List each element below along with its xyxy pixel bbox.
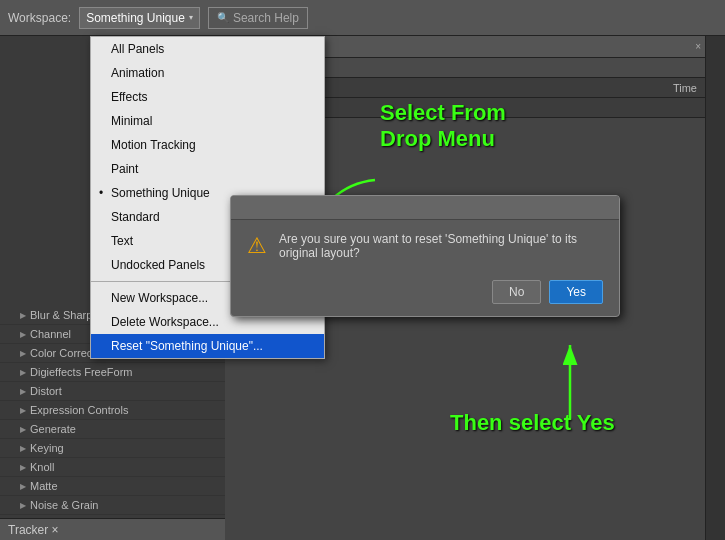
effect-item-noise-&-grain[interactable]: ▶Noise & Grain — [0, 496, 225, 515]
effect-item-expression-controls[interactable]: ▶Expression Controls — [0, 401, 225, 420]
effect-expand-icon: ▶ — [20, 330, 26, 339]
dialog-message: Are you sure you want to reset 'Somethin… — [279, 232, 603, 260]
search-icon: 🔍 — [217, 12, 229, 23]
menu-action-reset-workspace[interactable]: Reset "Something Unique"... — [91, 334, 324, 358]
arrow-yes-icon — [540, 330, 600, 430]
panel-close-icon: × — [695, 41, 701, 52]
effect-expand-icon: ▶ — [20, 368, 26, 377]
effect-expand-icon: ▶ — [20, 425, 26, 434]
menu-item-animation[interactable]: Animation — [91, 61, 324, 85]
menu-item-motion-tracking[interactable]: Motion Tracking — [91, 133, 324, 157]
menu-item-all-panels[interactable]: All Panels — [91, 37, 324, 61]
effect-expand-icon: ▶ — [20, 387, 26, 396]
top-bar: Workspace: Something Unique ▾ 🔍 Search H… — [0, 0, 725, 36]
menu-item-effects[interactable]: Effects — [91, 85, 324, 109]
effect-item-matte[interactable]: ▶Matte — [0, 477, 225, 496]
no-button[interactable]: No — [492, 280, 541, 304]
workspace-label: Workspace: — [8, 11, 71, 25]
time-label: Time — [673, 82, 705, 94]
effect-item-digieffects-freeform[interactable]: ▶Digieffects FreeForm — [0, 363, 225, 382]
reset-dialog: ⚠ Are you sure you want to reset 'Someth… — [230, 195, 620, 317]
annotation-select-from: Select From Drop Menu — [380, 100, 506, 153]
menu-item-minimal[interactable]: Minimal — [91, 109, 324, 133]
effect-item-keying[interactable]: ▶Keying — [0, 439, 225, 458]
warning-icon: ⚠ — [247, 233, 267, 259]
effect-expand-icon: ▶ — [20, 501, 26, 510]
yes-button[interactable]: Yes — [549, 280, 603, 304]
search-placeholder: Search Help — [233, 11, 299, 25]
effect-item-generate[interactable]: ▶Generate — [0, 420, 225, 439]
main-container: Workspace: Something Unique ▾ 🔍 Search H… — [0, 0, 725, 540]
search-box[interactable]: 🔍 Search Help — [208, 7, 308, 29]
effect-expand-icon: ▶ — [20, 463, 26, 472]
effect-expand-icon: ▶ — [20, 349, 26, 358]
dialog-buttons: No Yes — [231, 272, 619, 316]
dialog-body: ⚠ Are you sure you want to reset 'Someth… — [231, 220, 619, 272]
tracker-bar: Tracker × — [0, 518, 225, 540]
tracker-label: Tracker × — [8, 523, 59, 537]
menu-item-paint[interactable]: Paint — [91, 157, 324, 181]
dialog-title-bar — [231, 196, 619, 220]
effect-expand-icon: ▶ — [20, 311, 26, 320]
effect-expand-icon: ▶ — [20, 406, 26, 415]
effect-item-knoll[interactable]: ▶Knoll — [0, 458, 225, 477]
effect-expand-icon: ▶ — [20, 482, 26, 491]
dropdown-arrow-icon: ▾ — [189, 13, 193, 22]
effect-expand-icon: ▶ — [20, 444, 26, 453]
workspace-dropdown[interactable]: Something Unique ▾ — [79, 7, 200, 29]
workspace-value: Something Unique — [86, 11, 185, 25]
effect-item-distort[interactable]: ▶Distort — [0, 382, 225, 401]
